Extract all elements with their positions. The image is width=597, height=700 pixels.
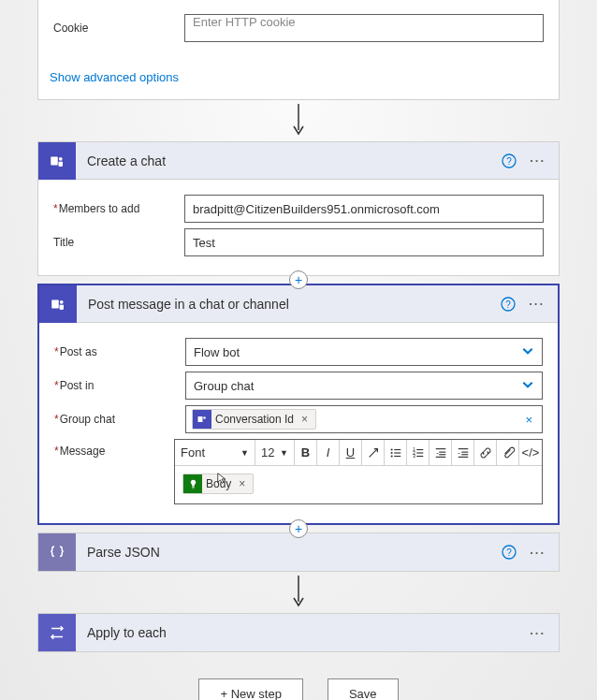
body-token[interactable]: Body × [182,474,254,494]
braces-icon [38,533,76,571]
font-size-select[interactable]: 12▼ [255,440,295,465]
svg-point-13 [390,451,392,453]
token-label: Conversation Id [215,413,298,426]
conversation-id-token[interactable]: Conversation Id × [192,409,316,430]
show-advanced-options-link[interactable]: Show advanced options [38,61,559,99]
group-chat-label: *Group chat [54,413,185,426]
parse-json-card: Parse JSON ? ··· [37,532,560,572]
token-remove-icon[interactable]: × [298,413,312,426]
svg-point-15 [390,455,392,457]
members-input[interactable] [184,195,544,223]
underline-icon[interactable]: U [340,440,362,465]
apply-to-each-header[interactable]: Apply to each ··· [38,614,559,651]
svg-point-6 [60,299,64,303]
outdent-icon[interactable] [430,440,452,465]
bullet-list-icon[interactable] [385,440,407,465]
members-label: *Members to add [53,202,184,215]
editor-toolbar: Font▼ 12▼ B I U 123 </> [175,440,542,466]
token-remove-icon[interactable]: × [235,477,249,490]
attachment-icon[interactable] [497,440,519,465]
chevron-down-icon [521,344,534,360]
teams-icon [193,410,211,429]
editor-body[interactable]: Body × [175,466,542,503]
svg-point-11 [390,448,392,450]
create-chat-title: Create a chat [76,153,502,168]
post-as-select[interactable]: Flow bot [185,338,543,366]
more-menu-icon[interactable]: ··· [530,626,546,640]
apply-to-each-title: Apply to each [76,625,530,640]
create-chat-header[interactable]: Create a chat ? ··· [38,142,559,180]
teams-icon [38,142,76,180]
teams-icon [39,285,77,323]
svg-rect-1 [51,156,58,165]
post-as-label: *Post as [54,345,185,358]
post-in-value: Group chat [194,379,254,393]
group-chat-input[interactable]: Conversation Id × × [185,405,543,433]
numbered-list-icon[interactable]: 123 [407,440,430,465]
svg-text:3: 3 [412,453,415,459]
svg-point-2 [59,156,63,160]
svg-point-10 [203,416,206,419]
post-as-value: Flow bot [194,345,240,359]
link-icon[interactable] [474,440,497,465]
more-menu-icon[interactable]: ··· [529,297,545,311]
post-message-card: Post message in a chat or channel ? ··· … [37,284,560,525]
cookie-label: Cookie [53,22,184,35]
http-action-card: Cookie Enter HTTP cookie Show advanced o… [37,0,560,100]
message-editor[interactable]: Font▼ 12▼ B I U 123 </> [174,439,543,504]
post-message-header[interactable]: Post message in a chat or channel ? ··· [39,285,558,323]
footer-buttons: + New step Save [37,678,560,700]
new-step-button[interactable]: + New step [198,678,302,700]
post-in-label: *Post in [54,379,185,392]
more-menu-icon[interactable]: ··· [530,546,546,560]
clear-field-icon[interactable]: × [521,413,536,427]
parse-json-title: Parse JSON [76,545,502,560]
svg-text:?: ? [505,299,511,310]
font-family-select[interactable]: Font▼ [175,440,255,465]
chat-title-label: Title [53,236,184,249]
post-in-select[interactable]: Group chat [185,372,543,400]
svg-rect-9 [198,416,203,422]
chevron-down-icon [521,378,534,394]
loop-icon [38,614,76,651]
bold-icon[interactable]: B [295,440,317,465]
chat-title-input[interactable] [184,228,544,256]
save-button[interactable]: Save [328,678,399,700]
apply-to-each-card: Apply to each ··· [37,613,560,652]
message-label: *Message [54,439,174,458]
parse-json-header[interactable]: Parse JSON ? ··· [38,533,559,571]
italic-icon[interactable]: I [317,440,340,465]
code-view-icon[interactable]: </> [519,440,542,465]
lightbulb-icon [183,474,202,493]
svg-rect-5 [51,299,59,308]
flow-arrow-icon [37,104,560,138]
cookie-input[interactable]: Enter HTTP cookie [184,14,544,42]
post-message-title: Post message in a chat or channel [77,297,501,312]
show-advanced-options-label: Show advanced options [50,70,179,84]
clear-formatting-icon[interactable] [362,440,385,465]
help-icon[interactable]: ? [502,153,517,168]
token-label: Body [206,477,235,490]
svg-text:?: ? [506,547,512,558]
more-menu-icon[interactable]: ··· [530,153,546,168]
add-step-button[interactable]: + [289,270,308,289]
help-icon[interactable]: ? [501,297,516,312]
indent-icon[interactable] [452,440,474,465]
svg-text:?: ? [506,156,512,167]
flow-arrow-icon [37,576,560,609]
help-icon[interactable]: ? [502,545,517,560]
add-step-button[interactable]: + [289,519,308,538]
create-chat-card: Create a chat ? ··· *Members to add Titl… [37,141,560,276]
